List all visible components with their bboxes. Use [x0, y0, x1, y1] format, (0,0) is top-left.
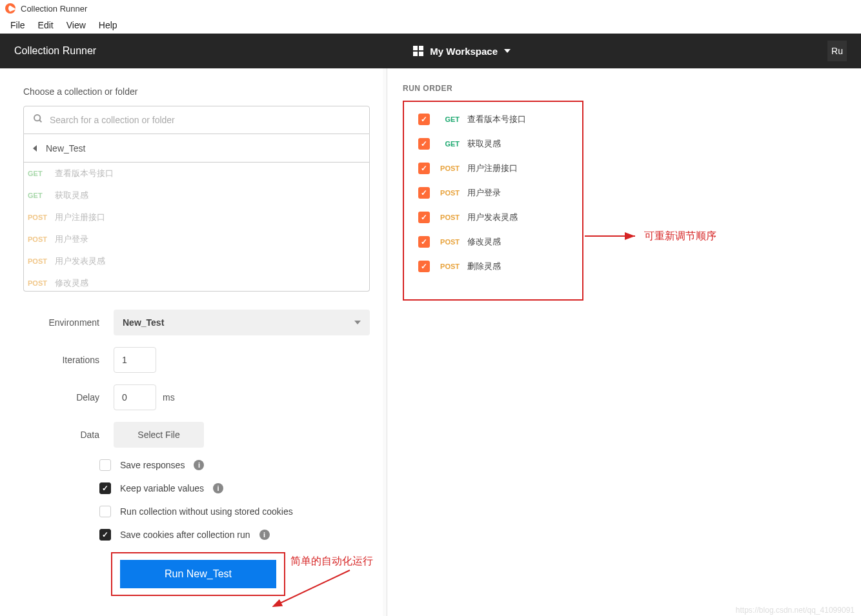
header-run-button[interactable]: Ru — [827, 41, 847, 61]
menu-view[interactable]: View — [60, 19, 92, 32]
order-item[interactable]: POST用户注册接口 — [418, 163, 572, 174]
annotation-reorder: 可重新调节顺序 — [644, 230, 716, 243]
delay-input[interactable] — [114, 384, 156, 410]
order-item[interactable]: POST修改灵感 — [418, 236, 572, 248]
order-name: 删除灵感 — [467, 261, 501, 272]
order-item[interactable]: POST用户发表灵感 — [418, 212, 572, 223]
method-badge: POST — [438, 164, 460, 172]
method-badge: POST — [438, 214, 460, 221]
method-badge: POST — [28, 214, 50, 221]
delay-label: Delay — [23, 392, 114, 402]
left-pane: Choose a collection or folder New_Test G… — [0, 68, 387, 616]
environment-value: New_Test — [123, 317, 164, 328]
breadcrumb-text: New_Test — [46, 143, 85, 154]
no-cookies-label: Run collection without using stored cook… — [120, 506, 293, 517]
environment-label: Environment — [23, 317, 114, 328]
method-badge: GET — [438, 140, 460, 148]
search-icon — [33, 114, 43, 127]
no-cookies-checkbox[interactable] — [99, 506, 111, 517]
checkbox-icon[interactable] — [418, 163, 430, 174]
checkbox-icon[interactable] — [418, 261, 430, 272]
app-header: Collection Runner My Workspace Ru — [0, 34, 861, 68]
run-highlight-box: Run New_Test — [111, 552, 285, 596]
postman-icon — [5, 3, 15, 14]
watermark: https://blog.csdn.net/qq_41099091 — [736, 606, 855, 615]
svg-point-0 — [34, 115, 40, 121]
checkbox-icon[interactable] — [418, 138, 430, 150]
select-file-button[interactable]: Select File — [114, 422, 204, 448]
order-name: 用户登录 — [467, 187, 501, 199]
order-name: 获取灵感 — [467, 138, 501, 150]
list-item[interactable]: GET获取灵感 — [24, 184, 369, 206]
delay-unit: ms — [163, 392, 175, 402]
arrow-icon — [272, 565, 356, 610]
breadcrumb[interactable]: New_Test — [23, 134, 370, 163]
method-badge: POST — [438, 189, 460, 197]
grid-icon — [413, 46, 423, 56]
workspace-selector[interactable]: My Workspace — [96, 46, 827, 57]
workspace-label: My Workspace — [430, 46, 498, 57]
order-name: 修改灵感 — [467, 236, 501, 248]
order-item[interactable]: GET获取灵感 — [418, 138, 572, 150]
method-badge: POST — [28, 257, 50, 265]
collection-list[interactable]: GET查看版本号接口 GET获取灵感 POST用户注册接口 POST用户登录 P… — [23, 163, 370, 292]
keep-variables-label: Keep variable values — [120, 483, 204, 493]
order-item[interactable]: POST删除灵感 — [418, 261, 572, 272]
item-name: 用户登录 — [55, 233, 88, 245]
order-name: 查看版本号接口 — [467, 114, 526, 125]
checkbox-icon[interactable] — [418, 236, 430, 248]
svg-line-2 — [279, 570, 350, 604]
method-badge: GET — [438, 115, 460, 123]
order-name: 用户发表灵感 — [467, 212, 518, 223]
iterations-label: Iterations — [23, 355, 114, 365]
checkbox-icon[interactable] — [418, 114, 430, 125]
list-item[interactable]: POST修改灵感 — [24, 272, 369, 292]
method-badge: POST — [438, 238, 460, 246]
list-item[interactable]: POST用户注册接口 — [24, 206, 369, 228]
save-responses-label: Save responses — [120, 460, 185, 470]
run-order-label: RUN ORDER — [403, 84, 852, 93]
info-icon[interactable]: i — [213, 483, 223, 493]
list-item[interactable]: POST用户发表灵感 — [24, 250, 369, 272]
window-title: Collection Runner — [21, 4, 87, 14]
save-cookies-label: Save cookies after collection run — [120, 530, 250, 540]
right-pane: RUN ORDER GET查看版本号接口 GET获取灵感 POST用户注册接口 … — [387, 68, 861, 616]
method-badge: POST — [438, 263, 460, 270]
order-item[interactable]: GET查看版本号接口 — [418, 114, 572, 125]
checkbox-icon[interactable] — [418, 212, 430, 223]
chevron-left-icon — [33, 145, 37, 152]
order-name: 用户注册接口 — [467, 163, 518, 174]
menu-edit[interactable]: Edit — [32, 19, 60, 32]
iterations-input[interactable] — [114, 347, 156, 373]
chevron-down-icon — [504, 49, 511, 53]
environment-select[interactable]: New_Test — [114, 310, 370, 335]
list-item[interactable]: POST用户登录 — [24, 228, 369, 250]
method-badge: GET — [28, 170, 50, 177]
menu-help[interactable]: Help — [92, 19, 124, 32]
header-title: Collection Runner — [14, 45, 96, 57]
search-input[interactable] — [50, 115, 360, 125]
method-badge: POST — [28, 279, 50, 287]
arrow-icon — [583, 230, 642, 243]
window-titlebar: Collection Runner — [0, 0, 861, 17]
svg-line-1 — [39, 120, 41, 122]
search-box[interactable] — [23, 106, 370, 134]
save-responses-checkbox[interactable] — [99, 459, 111, 471]
info-icon[interactable]: i — [194, 460, 204, 470]
item-name: 用户注册接口 — [55, 212, 105, 223]
keep-variables-checkbox[interactable] — [99, 482, 111, 494]
item-name: 查看版本号接口 — [55, 168, 114, 179]
run-order-box: GET查看版本号接口 GET获取灵感 POST用户注册接口 POST用户登录 P… — [403, 101, 583, 301]
order-item[interactable]: POST用户登录 — [418, 187, 572, 199]
save-cookies-checkbox[interactable] — [99, 529, 111, 541]
run-button[interactable]: Run New_Test — [120, 560, 276, 588]
info-icon[interactable]: i — [259, 530, 270, 540]
item-name: 获取灵感 — [55, 190, 88, 201]
data-label: Data — [23, 430, 114, 440]
menubar: File Edit View Help — [0, 17, 861, 34]
menu-file[interactable]: File — [4, 19, 32, 32]
checkbox-icon[interactable] — [418, 187, 430, 199]
item-name: 用户发表灵感 — [55, 255, 105, 267]
list-item[interactable]: GET查看版本号接口 — [24, 163, 369, 184]
item-name: 修改灵感 — [55, 277, 88, 289]
